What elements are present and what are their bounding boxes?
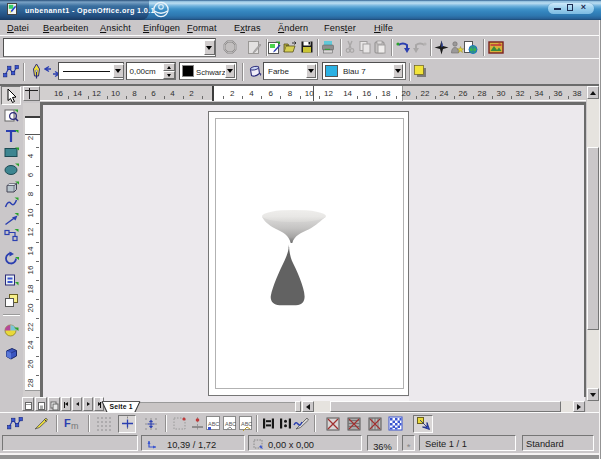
- svg-text:F: F: [64, 417, 71, 429]
- svg-text:ABC: ABC: [225, 421, 236, 427]
- svg-text:m: m: [71, 421, 79, 431]
- svg-text:ABC: ABC: [241, 421, 252, 427]
- svg-text:ABC: ABC: [208, 421, 219, 427]
